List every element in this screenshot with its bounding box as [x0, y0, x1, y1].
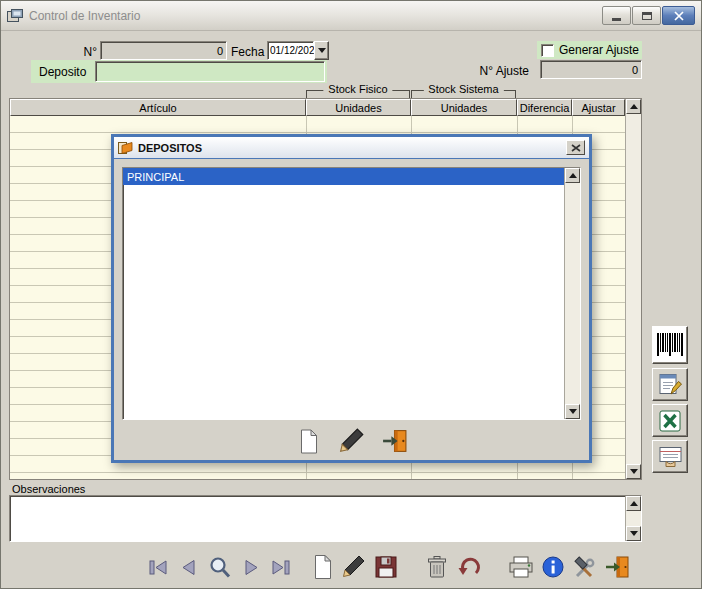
numero-field: 0: [100, 41, 227, 60]
observaciones-label: Observaciones: [12, 483, 85, 495]
titlebar[interactable]: Control de Inventario: [1, 1, 701, 31]
report-button[interactable]: [652, 368, 688, 401]
generar-ajuste-checkbox[interactable]: [541, 44, 554, 57]
tools-button[interactable]: [572, 556, 596, 579]
depositos-dialog: DEPOSITOS PRINCIPAL: [111, 134, 592, 463]
list-item-label: PRINCIPAL: [127, 171, 184, 183]
info-icon: [542, 556, 564, 578]
close-icon: [673, 11, 685, 21]
grid-header-row: Artículo Unidades Unidades Diferencia Aj…: [10, 99, 625, 116]
num-ajuste-label: N° Ajuste: [467, 64, 529, 78]
window-title: Control de Inventario: [29, 9, 140, 23]
fecha-dropdown-button[interactable]: [314, 41, 329, 60]
num-ajuste-value: 0: [632, 64, 638, 76]
excel-icon: [658, 409, 682, 433]
fecha-value: 01/12/2021: [270, 45, 320, 56]
minimize-button[interactable]: [602, 6, 631, 25]
report-form-icon: [658, 372, 683, 397]
col-header-articulo[interactable]: Artículo: [10, 99, 306, 116]
trash-icon: [425, 555, 449, 579]
close-button[interactable]: [662, 6, 695, 25]
printer-icon: [508, 556, 534, 578]
scroll-down-button[interactable]: [565, 404, 580, 419]
scroll-up-icon: [569, 173, 577, 178]
first-record-icon: [147, 557, 170, 578]
depositos-close-button[interactable]: [566, 140, 585, 155]
maximize-button[interactable]: [632, 6, 661, 25]
scroll-up-icon: [630, 501, 638, 506]
dialog-edit-button[interactable]: [336, 426, 368, 456]
print-button[interactable]: [508, 556, 534, 578]
observaciones-scrollbar[interactable]: [625, 496, 641, 541]
barcode-button[interactable]: [652, 326, 688, 364]
scroll-down-icon: [630, 531, 638, 536]
scroll-down-icon: [630, 469, 638, 474]
bottom-toolbar: [147, 549, 630, 585]
last-record-icon: [270, 557, 293, 578]
pencil-icon: [339, 428, 365, 454]
tools-icon: [572, 556, 596, 579]
dialog-exit-button[interactable]: [379, 426, 411, 456]
search-button[interactable]: [208, 556, 232, 579]
exit-door-icon: [604, 555, 630, 579]
maximize-icon: [642, 12, 652, 20]
minimize-icon: [612, 18, 621, 21]
search-icon: [208, 556, 232, 579]
fecha-label: Fecha: [231, 45, 264, 59]
pencil-icon: [342, 555, 366, 579]
depositos-dialog-titlebar[interactable]: DEPOSITOS: [114, 137, 589, 159]
numero-value: 0: [217, 45, 223, 57]
excel-button[interactable]: [652, 404, 688, 437]
grid-scrollbar[interactable]: [625, 99, 641, 479]
scroll-up-button[interactable]: [626, 99, 641, 114]
fecha-combo: 01/12/2021: [267, 41, 329, 60]
exit-button[interactable]: [604, 555, 630, 579]
deposito-label: Deposito: [39, 65, 86, 79]
next-record-button[interactable]: [240, 557, 262, 578]
dialog-new-button[interactable]: [293, 426, 325, 456]
col-header-diferencia[interactable]: Diferencia: [517, 99, 572, 116]
window-controls: [602, 6, 695, 25]
depositos-dialog-buttons: [122, 426, 581, 456]
app-icon: [7, 9, 23, 23]
barcode-icon: [655, 330, 685, 360]
new-document-icon: [312, 554, 334, 580]
last-record-button[interactable]: [270, 557, 293, 578]
stock-fisico-group-header: Stock Fisico: [306, 90, 410, 98]
next-record-icon: [240, 557, 262, 578]
depositos-list-scrollbar[interactable]: [564, 168, 580, 419]
observaciones-field[interactable]: [9, 495, 642, 542]
deposito-field[interactable]: [95, 61, 325, 82]
numero-label: N°: [59, 45, 97, 59]
stock-sistema-group-header: Stock Sistema: [411, 90, 516, 98]
undo-arrow-icon: [457, 556, 481, 579]
stock-sistema-group-label: Stock Sistema: [423, 83, 503, 95]
first-record-button[interactable]: [147, 557, 170, 578]
fecha-field[interactable]: 01/12/2021: [267, 41, 314, 60]
scroll-down-button[interactable]: [626, 464, 641, 479]
delete-button[interactable]: [425, 555, 449, 579]
previous-record-icon: [178, 557, 200, 578]
new-record-button[interactable]: [312, 554, 334, 580]
col-header-unidades-fisico[interactable]: Unidades: [306, 99, 411, 116]
scroll-up-icon: [630, 104, 638, 109]
depositos-list[interactable]: PRINCIPAL: [122, 167, 581, 420]
info-button[interactable]: [542, 556, 564, 578]
scroll-up-button[interactable]: [626, 496, 641, 511]
num-ajuste-field: 0: [540, 60, 642, 79]
col-header-unidades-sistema[interactable]: Unidades: [411, 99, 517, 116]
list-item-principal[interactable]: PRINCIPAL: [123, 168, 580, 185]
scroll-up-button[interactable]: [565, 168, 580, 183]
previous-record-button[interactable]: [178, 557, 200, 578]
scroll-down-button[interactable]: [626, 526, 641, 541]
exit-door-icon: [381, 428, 408, 454]
undo-button[interactable]: [457, 556, 481, 579]
edit-record-button[interactable]: [342, 555, 366, 579]
generar-ajuste-group: Generar Ajuste: [537, 41, 642, 59]
save-button[interactable]: [374, 555, 398, 579]
properties-button[interactable]: [652, 440, 688, 473]
new-document-icon: [298, 428, 320, 455]
scroll-down-icon: [569, 409, 577, 414]
close-icon: [571, 144, 581, 152]
col-header-ajustar[interactable]: Ajustar: [572, 99, 625, 116]
